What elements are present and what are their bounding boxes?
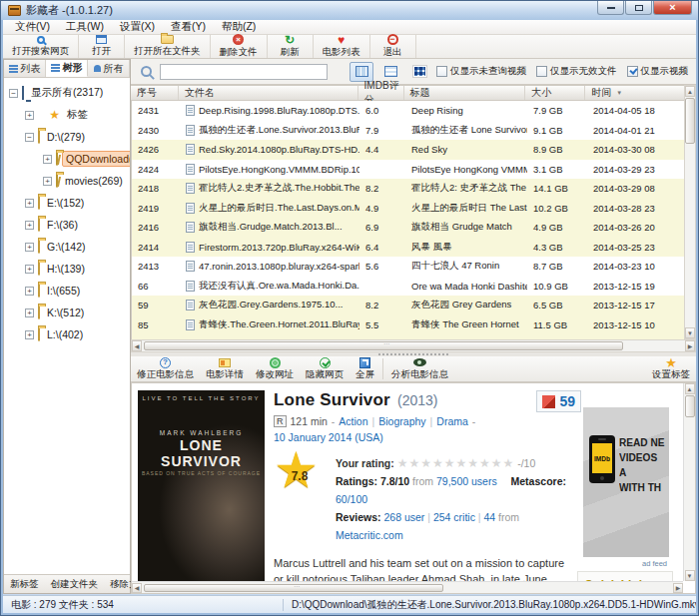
expand-icon[interactable]: + bbox=[25, 308, 34, 317]
table-row[interactable]: 2419 火星上的最后时日.The.Last.Days.on.Mar... 4.… bbox=[132, 199, 686, 219]
tree-item-drive-e[interactable]: + E:\(152) bbox=[4, 192, 130, 214]
edit-url-button[interactable]: 修改网址 bbox=[250, 356, 300, 381]
scroll-right-icon[interactable]: ▶ bbox=[685, 340, 695, 351]
expand-icon[interactable]: + bbox=[25, 243, 34, 252]
hide-page-button[interactable]: 隐藏网页 bbox=[300, 356, 350, 381]
scrollbar-thumb[interactable] bbox=[144, 584, 443, 592]
table-row[interactable]: 2431 Deep.Rising.1998.BluRay.1080p.DTS.x… bbox=[132, 101, 686, 121]
movie-detail-button[interactable]: 电影详情 bbox=[200, 356, 250, 381]
scroll-up-icon[interactable]: ▲ bbox=[685, 383, 695, 394]
table-row[interactable]: 2416 旗鼓相当.Grudge.Match.2013.Bl... 6.9 旗鼓… bbox=[132, 218, 686, 238]
scrollbar-thumb[interactable] bbox=[685, 98, 695, 144]
expand-icon[interactable]: + bbox=[43, 155, 52, 164]
collapse-icon[interactable]: − bbox=[9, 89, 18, 98]
table-row[interactable]: 66 我还没有认真.Ore.wa.Mada.Honki.Da... Ore wa… bbox=[132, 277, 686, 297]
table-row[interactable]: 2426 Red.Sky.2014.1080p.BluRay.DTS-HD.MA… bbox=[132, 140, 686, 160]
analyze-movie-info-button[interactable]: 分析电影信息 bbox=[385, 356, 454, 381]
tree-item-drive-h[interactable]: + H:\(139) bbox=[4, 258, 130, 280]
set-tag-button[interactable]: ★ 设置标签 bbox=[646, 356, 696, 381]
table-row[interactable]: 59 灰色花园.Grey.Gardens.1975.10... 8.2 灰色花园… bbox=[132, 296, 686, 315]
scrollbar-thumb[interactable] bbox=[685, 395, 695, 417]
expand-icon[interactable]: + bbox=[25, 111, 34, 120]
tree-item-drive-k[interactable]: + K:\(512) bbox=[4, 302, 130, 323]
show-unqueried-checkbox[interactable]: 仅显示未查询视频 bbox=[436, 65, 526, 78]
column-header-no[interactable]: 序号 bbox=[131, 86, 179, 100]
table-row[interactable]: 2413 47.ronin.2013.1080p.bluray.x264-spa… bbox=[132, 257, 686, 277]
menu-tools[interactable]: 工具(W) bbox=[58, 19, 112, 35]
menu-file[interactable]: 文件(V) bbox=[7, 19, 58, 35]
open-search-page-button[interactable]: 打开搜索网页 bbox=[3, 35, 79, 58]
minimize-button[interactable] bbox=[597, 1, 624, 15]
tree-item-drive-l[interactable]: + L:\(402) bbox=[4, 323, 130, 345]
show-invalid-checkbox[interactable]: 仅显示无效文件 bbox=[536, 65, 617, 78]
thumbnail-view-button[interactable] bbox=[407, 62, 431, 82]
detail-horizontal-scrollbar[interactable]: ◀ ▶ bbox=[132, 581, 683, 593]
movie-list-button[interactable]: ♥ 电影列表 bbox=[314, 35, 370, 58]
ad-banner[interactable]: IMDb READ NE VIDEOS A WITH TH bbox=[583, 407, 669, 557]
tree-item-tags[interactable]: + ♥ ★ 标签 bbox=[4, 104, 130, 126]
expand-icon[interactable]: + bbox=[25, 330, 34, 339]
search-input[interactable] bbox=[160, 64, 328, 80]
user-star-rater[interactable]: ★★★★★★★★★★ bbox=[397, 456, 515, 470]
scroll-left-icon[interactable]: ◀ bbox=[132, 340, 142, 351]
delete-file-button[interactable]: × 删除文件 bbox=[211, 35, 268, 58]
column-header-size[interactable]: 大小 bbox=[525, 86, 585, 100]
table-row[interactable]: 85 青蜂侠.The.Green.Hornet.2011.BluRay.1080… bbox=[132, 315, 686, 335]
tree-item-drive-f[interactable]: + F:\(36) bbox=[4, 214, 130, 236]
close-button[interactable]: × bbox=[653, 1, 692, 15]
expand-icon[interactable]: + bbox=[25, 287, 34, 296]
table-vertical-scrollbar[interactable]: ▲ ▼ bbox=[684, 85, 696, 339]
genre-link[interactable]: Biography bbox=[378, 415, 425, 427]
detail-vertical-scrollbar[interactable]: ▲ ▼ bbox=[683, 383, 695, 581]
column-header-rating[interactable]: IMDB评分 bbox=[358, 86, 404, 100]
create-folder-button[interactable]: 创建文件夹 bbox=[45, 578, 105, 591]
table-row[interactable]: 2424 PilotsEye.HongKong.VMMM.BDRip.1080P… bbox=[132, 160, 686, 180]
exit-button[interactable]: − 退出 bbox=[370, 35, 416, 58]
scroll-right-icon[interactable]: ▶ bbox=[673, 583, 683, 593]
table-horizontal-scrollbar[interactable]: ◀ ▶ bbox=[131, 339, 696, 352]
menu-view[interactable]: 查看(Y) bbox=[163, 19, 214, 35]
table-row[interactable]: 2414 Firestorm.2013.720p.BluRay.x264-WiK… bbox=[132, 238, 686, 258]
table-row[interactable]: 2418 霍比特人2.史矛革之战.The.Hobbit.The.Desol.. … bbox=[132, 179, 686, 199]
tree-item-show-all[interactable]: − 显示所有(2317) bbox=[4, 82, 130, 104]
scroll-left-icon[interactable]: ◀ bbox=[132, 583, 142, 593]
tree-item-drive-d[interactable]: − D:\(279) bbox=[4, 126, 130, 148]
expand-icon[interactable]: + bbox=[25, 199, 34, 208]
refresh-button[interactable]: ↻ 刷新 bbox=[268, 35, 314, 58]
metascore-link[interactable]: 60/100 bbox=[336, 493, 367, 505]
collapse-icon[interactable]: − bbox=[25, 133, 34, 142]
menu-settings[interactable]: 设置(X) bbox=[112, 19, 163, 35]
metacritic-count-link[interactable]: 44 bbox=[484, 511, 496, 523]
ratings-users-link[interactable]: 79,500 users bbox=[436, 475, 497, 487]
open-containing-folder-button[interactable]: 打开所在文件夹 bbox=[125, 35, 211, 58]
scroll-up-icon[interactable]: ▲ bbox=[685, 86, 695, 97]
ad-feedback-link[interactable]: ad feed bbox=[642, 559, 667, 568]
tab-list[interactable]: 列表 bbox=[4, 60, 46, 77]
genre-link[interactable]: Action bbox=[339, 415, 367, 427]
metascore-badge[interactable]: 59 bbox=[536, 390, 581, 412]
table-row[interactable]: 2430 孤独的生还者.Lone.Survivor.2013.BluRa... … bbox=[132, 121, 686, 141]
expand-icon[interactable]: + bbox=[43, 177, 52, 186]
open-button[interactable]: 打开 bbox=[79, 35, 125, 58]
critic-reviews-link[interactable]: 254 critic bbox=[433, 511, 475, 523]
genre-link[interactable]: Drama bbox=[436, 415, 468, 427]
maximize-button[interactable] bbox=[625, 1, 652, 15]
tab-tree[interactable]: 树形 bbox=[46, 60, 88, 77]
column-header-title[interactable]: 标题 bbox=[404, 86, 526, 100]
scroll-down-icon[interactable]: ▼ bbox=[685, 570, 695, 581]
tree-item-qqdownload[interactable]: + QQDownload(10) bbox=[4, 148, 130, 170]
expand-icon[interactable]: + bbox=[25, 265, 34, 274]
user-reviews-link[interactable]: 268 user bbox=[383, 511, 424, 523]
scroll-down-icon[interactable]: ▼ bbox=[685, 327, 695, 338]
expand-icon[interactable]: + bbox=[25, 221, 34, 230]
show-video-only-checkbox[interactable]: 仅显示视频 bbox=[627, 65, 689, 78]
column-header-time[interactable]: 时间 ▼ bbox=[585, 86, 685, 100]
fix-movie-info-button[interactable]: ? 修正电影信息 bbox=[131, 356, 200, 381]
tab-all[interactable]: 所有 bbox=[88, 60, 130, 77]
scrollbar-thumb[interactable] bbox=[144, 341, 623, 350]
fullscreen-button[interactable]: 全屏 bbox=[350, 356, 380, 381]
tree-item-drive-g[interactable]: + G:\(142) bbox=[4, 236, 130, 258]
new-tag-button[interactable]: 新标签 bbox=[4, 578, 45, 591]
column-header-filename[interactable]: 文件名 bbox=[179, 86, 358, 100]
metacritic-link[interactable]: Metacritic.com bbox=[336, 529, 403, 541]
